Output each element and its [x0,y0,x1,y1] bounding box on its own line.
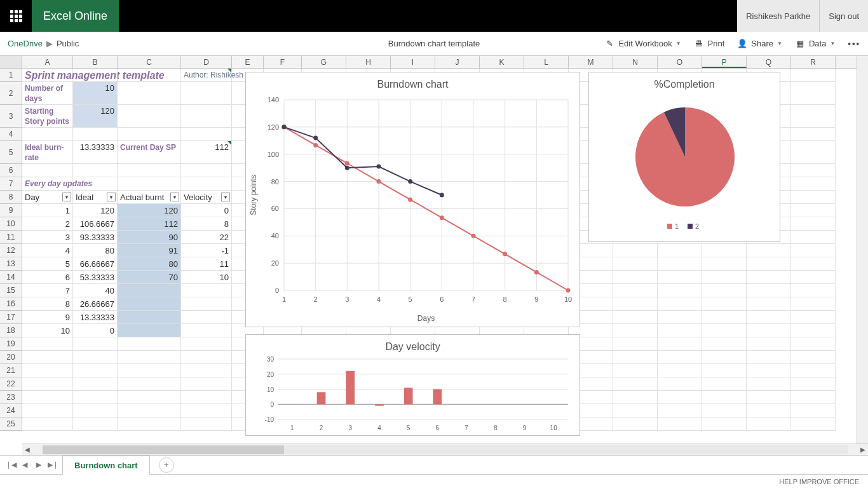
column-header[interactable]: P [702,56,747,68]
row-header[interactable]: 20 [0,351,22,364]
cell[interactable] [702,417,747,431]
cell[interactable] [181,351,232,364]
cell[interactable]: 7 [22,284,73,297]
cell[interactable] [747,351,791,364]
cell[interactable] [791,404,836,417]
cell[interactable] [181,324,232,337]
cell[interactable] [118,69,181,82]
row-header[interactable]: 9 [0,204,22,217]
scroll-right-icon[interactable]: ▶ [858,446,868,453]
cell[interactable] [22,337,73,351]
row-header[interactable]: 13 [0,257,22,271]
cell[interactable]: 66.66667 [73,257,118,271]
column-header[interactable]: R [791,56,836,68]
cell[interactable]: Number of days [22,82,73,105]
cell[interactable] [613,324,658,337]
cell[interactable] [22,417,73,431]
cell[interactable] [791,244,836,257]
cell[interactable] [702,311,747,324]
cell[interactable] [747,324,791,337]
row-header[interactable]: 6 [0,164,22,177]
cell[interactable] [613,271,658,284]
add-sheet-button[interactable]: + [159,458,174,473]
cell[interactable]: 8 [22,297,73,311]
column-header[interactable]: A [22,56,73,68]
cell[interactable] [747,391,791,404]
row-header[interactable]: 23 [0,391,22,404]
cell[interactable] [702,364,747,377]
row-header[interactable]: 8 [0,191,22,204]
column-header[interactable]: N [613,56,658,68]
cell[interactable] [181,177,232,191]
cell[interactable] [658,391,702,404]
cell[interactable] [791,324,836,337]
row-header[interactable]: 19 [0,337,22,351]
cell[interactable] [658,324,702,337]
row-header[interactable]: 4 [0,128,22,141]
cell[interactable] [791,105,836,128]
cell[interactable] [658,311,702,324]
row-header[interactable]: 1 [0,69,22,82]
cell[interactable] [791,164,836,177]
cell[interactable] [73,377,118,391]
row-header[interactable]: 7 [0,177,22,191]
cell[interactable] [702,351,747,364]
cell[interactable] [791,391,836,404]
cell[interactable] [73,364,118,377]
sign-out-link[interactable]: Sign out [820,0,868,32]
row-header[interactable]: 2 [0,82,22,105]
vertical-scrollbar[interactable] [857,56,868,444]
filter-button[interactable]: ▼ [221,193,230,201]
cell[interactable]: 2 [22,217,73,231]
cell[interactable] [658,271,702,284]
scroll-left-icon[interactable]: ◀ [22,446,32,453]
cell[interactable] [181,128,232,141]
cell[interactable]: 11 [181,257,232,271]
cell[interactable] [702,391,747,404]
row-header[interactable]: 25 [0,417,22,431]
cell[interactable] [791,351,836,364]
cell[interactable] [747,417,791,431]
cell[interactable] [613,364,658,377]
cell[interactable]: Ideal burn-rate [22,141,73,164]
cell[interactable] [702,324,747,337]
cell[interactable]: 13.33333 [73,141,118,164]
cell[interactable]: 93.33333 [73,231,118,244]
edit-workbook-button[interactable]: ✎ Edit Workbook ▼ [604,39,681,49]
row-header[interactable]: 21 [0,364,22,377]
cell[interactable] [22,377,73,391]
cell[interactable]: 80 [73,244,118,257]
cell[interactable] [791,257,836,271]
cell[interactable] [22,404,73,417]
horizontal-scrollbar[interactable]: ◀ ▶ [22,444,868,455]
cell[interactable]: Sprint management template [22,69,73,82]
cell[interactable] [118,105,181,128]
row-header[interactable]: 17 [0,311,22,324]
cell[interactable] [118,177,181,191]
cell[interactable] [118,324,181,337]
cell[interactable] [613,297,658,311]
tab-prev-icon[interactable]: ◀ [18,461,32,469]
cell[interactable]: Every day updates [22,177,73,191]
cell[interactable] [747,311,791,324]
cell[interactable] [22,128,73,141]
cell[interactable] [613,351,658,364]
cell[interactable] [791,271,836,284]
cell[interactable] [118,297,181,311]
cell[interactable] [613,404,658,417]
cell[interactable]: 22 [181,231,232,244]
sheet-tab-active[interactable]: Burndown chart [62,456,150,475]
cell[interactable] [791,417,836,431]
cell[interactable]: 120 [73,105,118,128]
cell[interactable] [658,284,702,297]
cell[interactable] [658,297,702,311]
help-improve-link[interactable]: HELP IMPROVE OFFICE [779,478,859,485]
cell[interactable]: 91 [118,244,181,257]
cell[interactable] [73,337,118,351]
cell[interactable] [181,337,232,351]
cell[interactable] [791,284,836,297]
column-header[interactable]: J [435,56,480,68]
cell[interactable] [181,377,232,391]
cell[interactable]: 120 [118,204,181,217]
cell[interactable] [791,128,836,141]
